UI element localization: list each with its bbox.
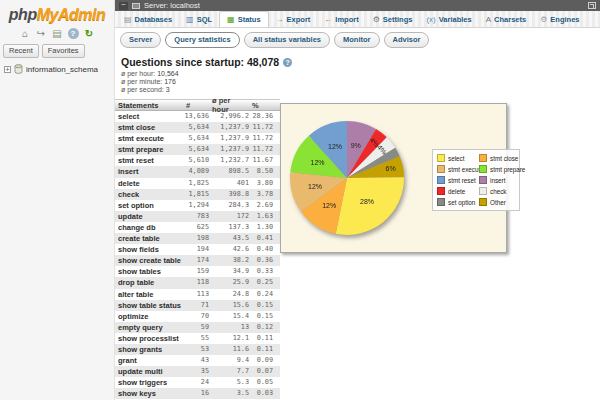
expand-icon[interactable]: + — [4, 66, 11, 73]
tab-engines[interactable]: ⚙Engines — [533, 11, 586, 27]
stat-value: 176 — [164, 78, 176, 85]
pie-label-other: 6% — [386, 165, 396, 172]
server-titlebar: − Server: localhost — [115, 0, 600, 11]
sidebar-tab-favorites[interactable]: Favorites — [42, 44, 85, 58]
main-panel: − Server: localhost ▤Databases▥SQL▦Statu… — [115, 0, 600, 400]
docs-icon[interactable]: ? — [68, 28, 79, 39]
legend-swatch-stmt-reset — [437, 176, 445, 184]
subtab-query-statistics[interactable]: Query statistics — [165, 32, 239, 48]
status-page-content: ServerQuery statisticsAll status variabl… — [115, 28, 600, 400]
home-icon[interactable]: ⌂ — [20, 28, 31, 39]
table-row: drop table11825.90.25 — [115, 277, 280, 288]
help-icon[interactable]: ? — [283, 58, 292, 67]
database-tree: + information_schema — [0, 58, 114, 74]
statements-table-body: select13,6362,996.228.36stmt close5,6341… — [115, 111, 280, 399]
statement-per-hour: 34.9 — [209, 266, 249, 277]
table-row: change db625137.31.30 — [115, 222, 280, 233]
legend-item-insert: insert — [479, 176, 523, 184]
logout-icon[interactable]: ↪ — [36, 28, 47, 39]
statement-percent: 28.36 — [249, 111, 275, 122]
legend-swatch-select — [437, 154, 445, 162]
statement-per-hour: 38.2 — [209, 255, 249, 266]
navigation-sidebar: phpMyAdmin ⌂↪▤?↻ RecentFavorites + infor… — [0, 0, 115, 400]
tab-label: Export — [287, 15, 311, 24]
expand-window-icon[interactable] — [588, 2, 596, 9]
table-row: update7831721.63 — [115, 211, 280, 222]
legend-label: Other — [490, 199, 506, 206]
legend-item-stmt-execute: stmt execute — [437, 165, 477, 173]
statement-percent: 11.72 — [249, 144, 275, 155]
query-statistics-chart-panel: 9%4%4%6%28%12%12%12%12% selectstmt close… — [280, 103, 507, 253]
statement-percent: 0.11 — [249, 333, 275, 344]
statement-per-hour: 401 — [209, 178, 249, 189]
statement-count: 24 — [183, 377, 209, 388]
tab-export[interactable]: →Export — [269, 11, 318, 27]
server-icon — [132, 3, 140, 9]
subtab-all-status-variables[interactable]: All status variables — [244, 32, 330, 48]
statement-per-hour: 137.3 — [209, 222, 249, 233]
statement-count: 55 — [183, 333, 209, 344]
tab-settings[interactable]: ⚙Settings — [366, 11, 420, 27]
sql-window-icon[interactable]: ▤ — [52, 28, 63, 39]
statement-count: 70 — [183, 311, 209, 322]
statement-per-hour: 898.5 — [209, 166, 249, 177]
table-row: show create table17438.20.36 — [115, 255, 280, 266]
table-row: stmt prepare5,6341,237.911.72 — [115, 144, 280, 155]
statement-per-hour: 7.7 — [209, 366, 249, 377]
logo-php-part: php — [9, 6, 37, 23]
tab-label: Import — [335, 15, 358, 24]
statement-name: show processlist — [115, 333, 183, 344]
export-icon: → — [276, 15, 284, 24]
statement-per-hour: 24.8 — [209, 289, 249, 300]
tab-variables[interactable]: (x)Variables — [419, 11, 478, 27]
statement-name: insert — [115, 166, 183, 177]
statement-per-hour: 15.6 — [209, 300, 249, 311]
table-row: empty query59130.12 — [115, 322, 280, 333]
statement-percent: 0.15 — [249, 300, 275, 311]
legend-label: set option — [448, 199, 475, 206]
statement-per-hour: 25.9 — [209, 277, 249, 288]
sidebar-tab-recent[interactable]: Recent — [3, 44, 39, 58]
statement-count: 113 — [183, 289, 209, 300]
tab-status[interactable]: ▦Status — [219, 11, 268, 27]
legend-label: delete — [448, 188, 465, 195]
table-row: optimize7015.40.15 — [115, 311, 280, 322]
subtab-monitor[interactable]: Monitor — [334, 32, 380, 48]
stat-label: ø per second: — [121, 86, 166, 93]
statement-percent: 0.07 — [249, 366, 275, 377]
statement-per-hour: 15.4 — [209, 311, 249, 322]
statement-per-hour: 13 — [209, 322, 249, 333]
pie-label-stmt-close: 12% — [322, 202, 336, 209]
status-icon: ▦ — [227, 15, 235, 24]
sidebar-panel-tabs: RecentFavorites — [0, 39, 114, 58]
statement-name: empty query — [115, 322, 183, 333]
statement-percent: 0.25 — [249, 277, 275, 288]
reload-navigation-icon[interactable]: ↻ — [84, 28, 95, 39]
statement-count: 71 — [183, 300, 209, 311]
statement-name: show table status — [115, 300, 183, 311]
tab-charsets[interactable]: ACharsets — [479, 11, 533, 27]
tab-import[interactable]: ←Import — [317, 11, 365, 27]
tab-sql[interactable]: ▥SQL — [179, 11, 219, 27]
statement-name: alter table — [115, 289, 183, 300]
statement-percent: 2.69 — [249, 200, 275, 211]
legend-swatch-stmt-execute — [437, 165, 445, 173]
variables-icon: (x) — [426, 15, 435, 24]
statement-name: stmt reset — [115, 155, 183, 166]
subtab-advisor[interactable]: Advisor — [384, 32, 430, 48]
statement-per-hour: 284.3 — [209, 200, 249, 211]
table-row: delete1,8254013.80 — [115, 178, 280, 189]
stat-line-2: ø per second: 3 — [121, 86, 179, 94]
legend-label: check — [490, 188, 506, 195]
legend-swatch-other — [479, 198, 487, 206]
average-stats: ø per hour: 10,564ø per minute: 176ø per… — [121, 70, 179, 94]
statement-name: show triggers — [115, 377, 183, 388]
legend-item-check: check — [479, 187, 523, 195]
statement-percent: 0.36 — [249, 255, 275, 266]
sidebar-item-information-schema[interactable]: information_schema — [26, 65, 98, 74]
collapse-navigation-button[interactable]: − — [119, 2, 128, 10]
statement-count: 198 — [183, 233, 209, 244]
subtab-server[interactable]: Server — [120, 32, 161, 48]
main-tab-bar: ▤Databases▥SQL▦Status→Export←Import⚙Sett… — [115, 11, 600, 28]
tab-databases[interactable]: ▤Databases — [117, 11, 179, 27]
